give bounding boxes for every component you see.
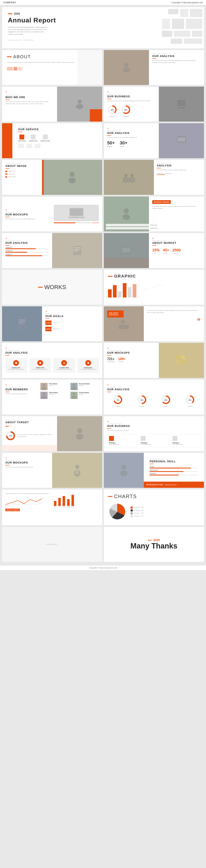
legend4: Category D - 10% <box>130 515 144 517</box>
bar1-track <box>5 248 49 249</box>
slide-our-analysis-5: + INTRODUCTION OUR ANALYSIS 70% Category <box>104 380 204 414</box>
goals-photo <box>2 306 42 341</box>
at-body: Lorem ipsum dolor sit amet, consectetur … <box>17 434 54 438</box>
mockups3-content: + INTRODUCTION OUR MOCKUPS Lorem ipsum d… <box>2 453 52 488</box>
bar3 <box>118 291 121 298</box>
icon-circle1 <box>13 360 19 366</box>
ai-feature1: Feature One <box>5 170 39 173</box>
members-title: OUR MEMBERS <box>5 388 34 391</box>
service-orange-strip <box>2 123 12 158</box>
business1-content: + INTRODUCTION OUR BUSINESS Lorem ipsum … <box>104 87 159 122</box>
analysis4-title: OUR ANALYSIS <box>5 351 99 354</box>
service-item2: PRODUCTION <box>29 134 37 142</box>
pie-chart <box>108 503 126 521</box>
analysis1-photo <box>104 50 149 85</box>
svg-point-0 <box>124 63 128 67</box>
svg-text:50%: 50% <box>140 399 144 401</box>
biz2-icon2 <box>141 436 146 441</box>
mockups2-photo <box>159 343 204 378</box>
svg-point-48 <box>42 392 45 395</box>
skill2: Development <box>150 469 198 472</box>
svg-point-67 <box>77 428 82 433</box>
ps-bottom-bar: INTRODUCTION PERSONAL SKILL <box>144 482 204 488</box>
svg-point-69 <box>75 465 79 469</box>
m2s1-label: Projects Done <box>107 361 115 363</box>
cover-description: Embrase the tip and browse global plans,… <box>8 26 49 35</box>
ps-title: PERSONAL SKILL <box>150 460 198 463</box>
icon-box1: Service One Lorem ipsum dolor sit amet. <box>5 358 27 373</box>
icon-circle2 <box>37 360 43 366</box>
ps-bottom-label: INTRODUCTION <box>146 484 163 486</box>
skill3-label: Marketing <box>150 473 198 474</box>
skill1: Design <box>150 466 198 468</box>
slide-our-business-2: + INTRODUCTION OUR BUSINESS Lorem ipsum … <box>104 416 204 451</box>
svg-rect-31 <box>19 319 25 320</box>
ai-feature3: Feature Three <box>5 176 39 178</box>
bar3-label: Category C <box>5 253 49 255</box>
goal2-label: Target Two <box>53 328 59 330</box>
slide-about: ABOUT Lorem ipsum dolor sit amet, consec… <box>2 50 102 85</box>
charts-title-row: CHARTS <box>108 494 200 499</box>
slide-our-analysis-4: + INTRODUCTION OUR ANALYSIS Service One … <box>2 343 102 378</box>
ps-photo <box>104 453 144 488</box>
ms2-num: 45+ <box>163 248 169 252</box>
svg-rect-20 <box>70 209 83 216</box>
analysis3-title: OUR ANALYSIS <box>5 241 49 244</box>
ms2-label: Partners <box>163 252 169 254</box>
svg-rect-26 <box>74 249 81 250</box>
slide-about-image: INTRODUCTION ABOUT IMAGE Feature One Fea… <box>2 160 102 195</box>
slide-our-analysis-2: + INTRODUCTION OUR ANALYSIS Lorem ipsum … <box>104 123 204 158</box>
bar-fill4 <box>67 499 70 506</box>
analysis5-donuts: 70% Category 50% Category <box>107 395 201 407</box>
biz2-icon1 <box>109 436 114 441</box>
svg-text:40%: 40% <box>188 399 192 401</box>
svg-text:40%: 40% <box>111 109 114 111</box>
box4-title: Introduction <box>80 367 97 369</box>
thanks-year-row: 2020 <box>148 538 160 542</box>
goal1-box: 1,943.5 <box>45 320 52 325</box>
at-photo <box>57 416 102 451</box>
at-content: INTRODUCTION ABOUT TARGET + 75% Lorem ip… <box>2 416 57 451</box>
m2s2-num: 189+ <box>118 357 126 361</box>
slide-personal-skill: INTRODUCTION PERSONAL SKILL Design Devel… <box>104 453 204 488</box>
member3: Third Name Job Title <box>40 392 69 399</box>
mockups2-content: + INTRODUCTION OUR MOCKUPS 721+ Projects… <box>104 343 159 378</box>
bs2-chart: 2016 2017 2018 2019 <box>54 493 99 522</box>
progress2: Category B <box>5 250 49 253</box>
svg-rect-42 <box>176 360 180 364</box>
analysis1-title: OUR ANALYSIS <box>152 55 201 58</box>
at-donut-area: 75% Lorem ipsum dolor sit amet, consecte… <box>5 430 54 442</box>
mockups3-body: Lorem ipsum dolor sit amet consectetur a… <box>5 466 49 468</box>
progress3: Category C <box>5 253 49 256</box>
business1-photo <box>159 87 204 122</box>
svg-point-37 <box>39 362 41 364</box>
analysis2-body: Lorem ipsum dolor sit amet, consectetur … <box>107 136 155 139</box>
svg-point-2 <box>78 100 82 104</box>
stat1-num: 50+ <box>107 140 115 146</box>
bar2-track <box>5 252 49 253</box>
donut1: 40% Category A <box>107 104 117 117</box>
pie-legend: Category A - 40% Category B - 30% Catego… <box>130 506 144 517</box>
bs-body: Lorem ipsum dolor sit amet, consectetur … <box>152 206 201 210</box>
portfolio-photo: OUR GREAT PORTFOLIO <box>104 306 144 341</box>
biz2-card1-title: Strategy 1 <box>109 442 135 443</box>
ai-feature1-label: Feature One <box>8 170 15 173</box>
slide-charts: CHARTS Category A - 40% <box>104 490 204 525</box>
mockups2-stats: 721+ Projects Done 189+ Art Works <box>107 357 155 363</box>
ai-dot2 <box>5 173 7 175</box>
a5-donut1: 70% Category <box>113 395 123 407</box>
svg-text:65%: 65% <box>164 399 168 401</box>
ai-dot3 <box>5 176 7 178</box>
slide-cover: 2020 Annual Report Embrase the tip and b… <box>2 7 204 48</box>
slide-our-mockups-3: + INTRODUCTION OUR MOCKUPS Lorem ipsum d… <box>2 453 102 488</box>
m4-name: Fourth Name <box>79 392 89 394</box>
ai-feature2: Feature Two <box>5 173 39 175</box>
mockups1-title: OUR MOCKUPS <box>5 213 51 216</box>
bar-fill5 <box>71 495 74 506</box>
biz2-card3-title: Strategy 3 <box>172 442 199 443</box>
charts-visual: Category A - 40% Category B - 30% Catego… <box>108 503 200 521</box>
skill3-fill <box>150 475 179 475</box>
business1-plus: + <box>107 90 109 93</box>
icon-box4: Introduction Lorem ipsum dolor sit amet. <box>78 358 99 373</box>
biz2-card2-title: Strategy 2 <box>141 442 167 443</box>
